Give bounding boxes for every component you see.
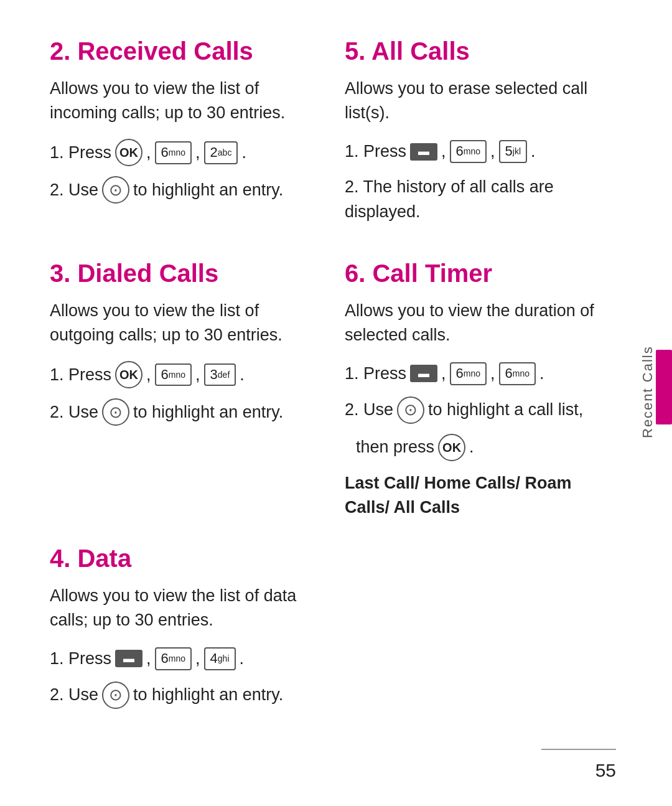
side-tab: Recent Calls	[640, 0, 672, 806]
ok-key-received: OK	[115, 139, 142, 166]
step-dialed-1: 1. Press OK , 6mno , 3def .	[50, 361, 307, 388]
section-placeholder	[345, 545, 602, 744]
step-all-2: 2. The history of all calls are displaye…	[345, 174, 602, 225]
key-6mno-timer1: 6mno	[450, 362, 487, 385]
key-5jkl-all: 5jkl	[499, 140, 527, 163]
section-dialed-calls: 3. Dialed Calls Allows you to view the l…	[50, 260, 307, 545]
nav-key-dialed	[102, 398, 129, 426]
section-all-calls: 5. All Calls Allows you to erase selecte…	[345, 37, 602, 260]
main-content: 2. Received Calls Allows you to view the…	[0, 0, 640, 806]
section-desc-data: Allows you to view the list of data call…	[50, 584, 307, 632]
section-title-data: 4. Data	[50, 545, 307, 573]
ok-key-timer: OK	[438, 434, 465, 461]
menu-key-data: ▬	[115, 650, 142, 667]
key-3def-dialed: 3def	[204, 363, 236, 387]
step-received-2: 2. Use to highlight an entry.	[50, 176, 307, 204]
divider-line	[541, 749, 616, 750]
section-received-calls: 2. Received Calls Allows you to view the…	[50, 37, 307, 260]
step-received-1: 1. Press OK , 6mno , 2abc .	[50, 139, 307, 166]
key-6mno-all: 6mno	[450, 140, 487, 163]
side-tab-label: Recent Calls	[640, 345, 656, 438]
timer-note: Last Call/ Home Calls/ Roam Calls/ All C…	[345, 471, 602, 520]
nav-key-data	[102, 682, 129, 709]
key-6mno-received: 6mno	[155, 141, 192, 164]
section-title-all: 5. All Calls	[345, 37, 602, 65]
key-6mno-dialed: 6mno	[155, 363, 192, 387]
section-title-received: 2. Received Calls	[50, 37, 307, 65]
nav-key-received	[102, 176, 129, 204]
step-timer-2: 2. Use to highlight a call list,	[345, 396, 602, 424]
step-timer-3: then press OK .	[356, 434, 602, 461]
key-2abc-received: 2abc	[204, 141, 238, 164]
section-title-timer: 6. Call Timer	[345, 260, 602, 288]
side-tab-bar	[656, 350, 672, 425]
section-desc-timer: Allows you to view the duration of selec…	[345, 299, 602, 347]
section-desc-all: Allows you to erase selected call list(s…	[345, 77, 602, 125]
step-timer-1: 1. Press ▬ , 6mno , 6mno .	[345, 361, 602, 387]
section-data: 4. Data Allows you to view the list of d…	[50, 545, 307, 744]
section-title-dialed: 3. Dialed Calls	[50, 260, 307, 288]
key-4ghi-data: 4ghi	[204, 647, 236, 670]
step-data-2: 2. Use to highlight an entry.	[50, 682, 307, 709]
nav-key-timer	[397, 396, 424, 424]
section-desc-received: Allows you to view the list of incoming …	[50, 77, 307, 125]
step-all-1: 1. Press ▬ , 6mno , 5jkl .	[345, 139, 602, 164]
section-call-timer: 6. Call Timer Allows you to view the dur…	[345, 260, 602, 545]
page-number: 55	[595, 760, 616, 781]
step-data-1: 1. Press ▬ , 6mno , 4ghi .	[50, 646, 307, 672]
section-desc-dialed: Allows you to view the list of outgoing …	[50, 299, 307, 347]
menu-key-all: ▬	[410, 143, 437, 161]
step-dialed-2: 2. Use to highlight an entry.	[50, 398, 307, 426]
page-container: 2. Received Calls Allows you to view the…	[0, 0, 672, 806]
ok-key-dialed: OK	[115, 361, 142, 388]
menu-key-timer: ▬	[410, 365, 437, 382]
key-6mno-data: 6mno	[155, 647, 192, 670]
key-6mno-timer2: 6mno	[499, 362, 536, 385]
